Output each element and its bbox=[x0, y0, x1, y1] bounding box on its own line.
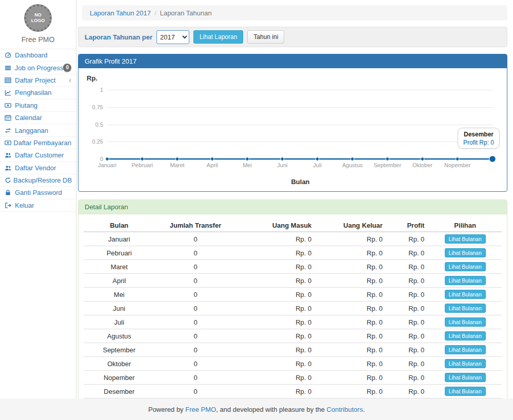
detail-panel-title: Detail Laporan bbox=[78, 200, 507, 214]
footer-text: Powered by Free PMO, and developed with … bbox=[148, 406, 365, 413]
lihat-bulanan-button[interactable]: Lihat Bulanan bbox=[445, 373, 486, 382]
sidebar-item-label: Job on Progress bbox=[15, 64, 64, 72]
logo-block: NO LOGO Free PMO bbox=[0, 0, 76, 49]
data-point-januari[interactable] bbox=[106, 157, 109, 161]
action-cell: Lihat Bulanan bbox=[428, 302, 502, 315]
detail-laporan-panel: Detail Laporan BulanJumlah TransferUang … bbox=[78, 199, 507, 416]
x-tick-label: Pebruari bbox=[131, 162, 153, 168]
x-tick-label: April bbox=[207, 162, 218, 168]
sidebar-item-penghasilan[interactable]: Penghasilan bbox=[0, 87, 76, 99]
lihat-bulanan-button[interactable]: Lihat Bulanan bbox=[445, 276, 486, 285]
breadcrumb: Laporan Tahun 2017 / Laporan Tahunan bbox=[82, 5, 507, 21]
sign-out-icon bbox=[5, 202, 13, 209]
refresh-icon bbox=[5, 177, 11, 184]
cell: Rp. 0 bbox=[387, 274, 429, 288]
cell: Rp. 0 bbox=[315, 288, 387, 302]
sidebar-item-daftar-pembayaran[interactable]: Daftar Pembayaran bbox=[0, 137, 76, 149]
footer-link-free-pmo[interactable]: Free PMO bbox=[185, 406, 216, 413]
cell: Rp. 0 bbox=[315, 260, 387, 274]
table-row: Nopember0Rp. 0Rp. 0Rp. 0Lihat Bulanan bbox=[84, 371, 502, 385]
sidebar-item-keluar[interactable]: Keluar bbox=[0, 199, 76, 212]
cell: Rp. 0 bbox=[236, 357, 315, 371]
sidebar-item-dashboard[interactable]: Dashboard bbox=[0, 49, 76, 62]
year-select[interactable]: 2017 bbox=[156, 30, 189, 44]
data-point-maret[interactable] bbox=[175, 157, 179, 161]
sidebar-item-daftar-customer[interactable]: Daftar Customer bbox=[0, 149, 76, 162]
sidebar: NO LOGO Free PMO DashboardJob on Progres… bbox=[0, 0, 76, 398]
column-header: Profit bbox=[387, 219, 429, 232]
lihat-bulanan-button[interactable]: Lihat Bulanan bbox=[445, 331, 486, 341]
data-point-april[interactable] bbox=[211, 157, 214, 161]
lihat-bulanan-button[interactable]: Lihat Bulanan bbox=[445, 387, 486, 396]
cell: 0 bbox=[155, 357, 236, 371]
sidebar-item-label: Keluar bbox=[15, 202, 34, 209]
lihat-bulanan-button[interactable]: Lihat Bulanan bbox=[445, 234, 486, 244]
sidebar-item-label: Penghasilan bbox=[15, 89, 52, 96]
cell: 0 bbox=[155, 343, 236, 357]
data-point-nopember[interactable] bbox=[456, 157, 459, 161]
sidebar-item-backup-restore-db[interactable]: Backup/Restore DB bbox=[0, 174, 76, 187]
footer-link-contributors[interactable]: Contributors bbox=[327, 406, 363, 413]
table-row: Oktober0Rp. 0Rp. 0Rp. 0Lihat Bulanan bbox=[84, 357, 502, 371]
chart-unit-label: Rp. bbox=[87, 74, 502, 82]
chart-line-icon bbox=[5, 89, 13, 96]
table-row: Januari0Rp. 0Rp. 0Rp. 0Lihat Bulanan bbox=[84, 232, 502, 246]
sidebar-item-daftar-project[interactable]: Daftar Project‹ bbox=[0, 74, 76, 87]
cell: Rp. 0 bbox=[387, 357, 429, 371]
breadcrumb-link-laporan-tahun[interactable]: Laporan Tahun 2017 bbox=[90, 9, 151, 17]
sidebar-item-langganan[interactable]: Langganan bbox=[0, 124, 76, 136]
lihat-laporan-button[interactable]: Lihat Laporan bbox=[193, 30, 243, 44]
cell: 0 bbox=[155, 329, 236, 343]
action-cell: Lihat Bulanan bbox=[428, 260, 502, 274]
cell: Rp. 0 bbox=[315, 385, 387, 398]
cell: Agustus bbox=[84, 329, 155, 343]
exchange-icon bbox=[5, 127, 13, 134]
x-tick-label: Agustus bbox=[342, 162, 363, 168]
x-tick-label: Maret bbox=[170, 162, 184, 168]
data-point-mei[interactable] bbox=[246, 157, 249, 161]
lihat-bulanan-button[interactable]: Lihat Bulanan bbox=[445, 359, 486, 368]
sidebar-item-daftar-vendor[interactable]: Daftar Vendor bbox=[0, 162, 76, 174]
data-point-juni[interactable] bbox=[281, 157, 284, 161]
lihat-bulanan-button[interactable]: Lihat Bulanan bbox=[445, 248, 486, 257]
no-logo-badge: NO LOGO bbox=[24, 4, 52, 32]
sidebar-item-ganti-password[interactable]: Ganti Password bbox=[0, 187, 76, 199]
lihat-bulanan-button[interactable]: Lihat Bulanan bbox=[445, 345, 486, 354]
data-point-juli[interactable] bbox=[315, 157, 319, 161]
lihat-bulanan-button[interactable]: Lihat Bulanan bbox=[445, 304, 486, 313]
cell: Rp. 0 bbox=[236, 385, 315, 398]
cell: 0 bbox=[155, 288, 236, 302]
cell: Oktober bbox=[84, 357, 155, 371]
data-point-oktober[interactable] bbox=[421, 157, 424, 161]
count-badge: 0 bbox=[63, 64, 71, 72]
list-icon bbox=[5, 65, 13, 71]
profit-chart-panel: Grafik Profit 2017 Rp. Desember Profit R… bbox=[78, 54, 507, 192]
data-point-september[interactable] bbox=[386, 157, 389, 161]
lihat-bulanan-button[interactable]: Lihat Bulanan bbox=[445, 290, 486, 299]
cell: Rp. 0 bbox=[315, 343, 387, 357]
lihat-bulanan-button[interactable]: Lihat Bulanan bbox=[445, 317, 486, 327]
table-row: Maret0Rp. 0Rp. 0Rp. 0Lihat Bulanan bbox=[84, 260, 502, 274]
data-point-agustus[interactable] bbox=[351, 157, 354, 161]
cell: Rp. 0 bbox=[236, 329, 315, 343]
calendar-icon bbox=[5, 114, 13, 121]
table-icon bbox=[5, 77, 13, 84]
cell: 0 bbox=[155, 232, 236, 246]
sidebar-item-calendar[interactable]: Calendar bbox=[0, 112, 76, 124]
sidebar-item-label: Langganan bbox=[15, 127, 48, 134]
data-point-pebruari[interactable] bbox=[141, 157, 144, 161]
report-table: BulanJumlah TransferUang MasukUang Kelua… bbox=[84, 219, 502, 411]
cell: Rp. 0 bbox=[315, 232, 387, 246]
cell: Rp. 0 bbox=[236, 232, 315, 246]
cell: Pebruari bbox=[84, 246, 155, 260]
x-tick-label: Juni bbox=[277, 162, 287, 168]
cell: Rp. 0 bbox=[387, 329, 429, 343]
cell: 0 bbox=[155, 385, 236, 398]
sidebar-item-job-on-progress[interactable]: Job on Progress0 bbox=[0, 62, 76, 74]
column-header: Uang Masuk bbox=[236, 219, 315, 232]
tahun-ini-button[interactable]: Tahun ini bbox=[247, 30, 284, 44]
cell: September bbox=[84, 343, 155, 357]
lihat-bulanan-button[interactable]: Lihat Bulanan bbox=[445, 262, 486, 271]
data-point-desember[interactable] bbox=[489, 156, 496, 162]
sidebar-item-piutang[interactable]: Piutang bbox=[0, 99, 76, 112]
